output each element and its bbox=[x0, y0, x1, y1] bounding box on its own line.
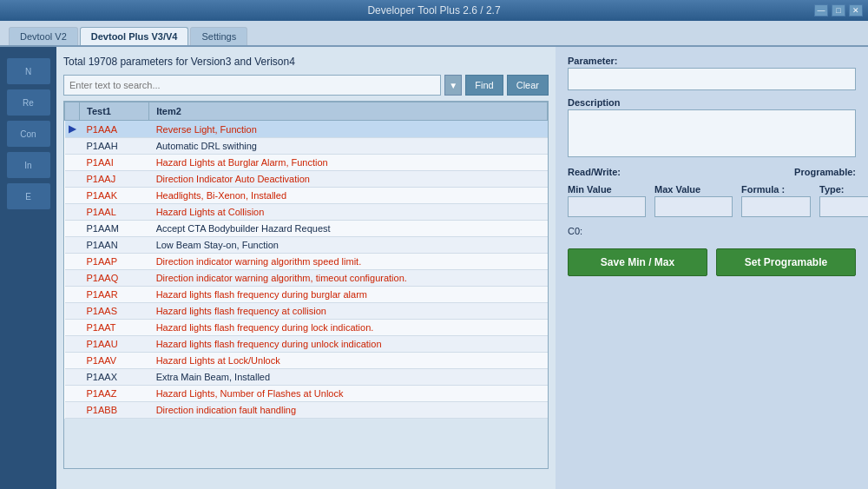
rw-programable-row: Read/Write: Programable: bbox=[568, 167, 856, 177]
search-bar: ▼ Find Clear bbox=[63, 75, 549, 96]
row-indicator bbox=[65, 171, 80, 188]
table-row[interactable]: P1AASHazard lights flash frequency at co… bbox=[65, 303, 548, 320]
table-header-item2: Item2 bbox=[149, 102, 548, 121]
tab-devtool-plus-v3v4[interactable]: Devtool Plus V3/V4 bbox=[80, 27, 189, 45]
row-indicator bbox=[65, 138, 80, 155]
data-table: Test1 Item2 ▶P1AAAReverse Light, Functio… bbox=[64, 102, 548, 419]
row-item2: Reverse Light, Function bbox=[149, 121, 548, 138]
row-test1: P1AAQ bbox=[80, 270, 149, 287]
row-item2: Hazard Lights at Collision bbox=[149, 204, 548, 221]
description-section: Description bbox=[568, 97, 856, 160]
table-row[interactable]: P1AAIHazard Lights at Burglar Alarm, Fun… bbox=[65, 155, 548, 171]
row-indicator bbox=[65, 155, 80, 171]
row-item2: Hazard lights flash frequency during unl… bbox=[149, 336, 548, 353]
search-input[interactable] bbox=[63, 75, 441, 96]
row-item2: Direction indicator warning algorithm sp… bbox=[149, 254, 548, 270]
table-row[interactable]: P1AAVHazard Lights at Lock/Unlock bbox=[65, 353, 548, 369]
table-row[interactable]: P1AAHAutomatic DRL swithing bbox=[65, 138, 548, 155]
maximize-button[interactable]: □ bbox=[832, 4, 845, 17]
sidebar-item-in: In bbox=[7, 152, 50, 178]
table-row[interactable]: P1AAKHeadlights, Bi-Xenon, Installed bbox=[65, 188, 548, 204]
close-button[interactable]: ✕ bbox=[849, 4, 863, 17]
row-test1: P1AAP bbox=[80, 254, 149, 270]
max-value-input[interactable] bbox=[654, 196, 733, 217]
row-test1: P1AAI bbox=[80, 155, 149, 171]
min-value-col: Min Value bbox=[568, 184, 646, 217]
min-value-input[interactable] bbox=[568, 196, 646, 217]
table-row[interactable]: P1ABBDirection indication fault handling bbox=[65, 402, 548, 419]
row-indicator bbox=[65, 287, 80, 303]
row-item2: Hazard Lights at Lock/Unlock bbox=[149, 353, 548, 369]
max-value-col: Max Value bbox=[654, 184, 733, 217]
table-row[interactable]: P1AARHazard lights flash frequency durin… bbox=[65, 287, 548, 303]
window-title: Developer Tool Plus 2.6 / 2.7 bbox=[367, 4, 500, 17]
row-test1: P1AAT bbox=[80, 320, 149, 336]
row-test1: P1AAA bbox=[80, 121, 149, 138]
table-container[interactable]: Test1 Item2 ▶P1AAAReverse Light, Functio… bbox=[63, 101, 549, 469]
table-row[interactable]: P1AAMAccept CTA Bodybuilder Hazard Reque… bbox=[65, 221, 548, 237]
table-row[interactable]: P1AAZHazard Lights, Number of Flashes at… bbox=[65, 386, 548, 402]
sidebar-item-con: Con bbox=[7, 121, 50, 147]
table-header-indicator bbox=[65, 102, 80, 121]
table-row[interactable]: P1AANLow Beam Stay-on, Function bbox=[65, 237, 548, 254]
read-write-label: Read/Write: bbox=[568, 167, 621, 177]
set-programable-button[interactable]: Set Programable bbox=[716, 248, 856, 276]
formula-input[interactable] bbox=[741, 196, 811, 217]
row-item2: Low Beam Stay-on, Function bbox=[149, 237, 548, 254]
clear-button[interactable]: Clear bbox=[507, 75, 549, 96]
find-button[interactable]: Find bbox=[465, 75, 503, 96]
formula-col: Formula : bbox=[741, 184, 811, 217]
row-indicator bbox=[65, 303, 80, 320]
description-textarea[interactable] bbox=[568, 109, 856, 157]
row-test1: P1AAH bbox=[80, 138, 149, 155]
tab-devtool-v2[interactable]: Devtool V2 bbox=[9, 27, 78, 45]
row-indicator bbox=[65, 402, 80, 419]
row-indicator bbox=[65, 237, 80, 254]
row-indicator bbox=[65, 369, 80, 386]
save-min-max-button[interactable]: Save Min / Max bbox=[568, 248, 707, 276]
table-row[interactable]: P1AAUHazard lights flash frequency durin… bbox=[65, 336, 548, 353]
type-input[interactable] bbox=[819, 196, 868, 217]
row-item2: Hazard lights flash frequency during bur… bbox=[149, 287, 548, 303]
formula-label: Formula : bbox=[741, 184, 811, 195]
table-row[interactable]: P1AAJDirection Indicator Auto Deactivati… bbox=[65, 171, 548, 188]
row-item2: Direction indicator warning algorithm, t… bbox=[149, 270, 548, 287]
type-label: Type: bbox=[819, 184, 868, 195]
row-item2: Accept CTA Bodybuilder Hazard Request bbox=[149, 221, 548, 237]
search-dropdown-button[interactable]: ▼ bbox=[444, 75, 462, 96]
tab-bar: Devtool V2 Devtool Plus V3/V4 Settings bbox=[0, 21, 868, 47]
main-content: N Re Con In E Total 19708 parameters for… bbox=[0, 47, 868, 489]
row-test1: P1AAR bbox=[80, 287, 149, 303]
max-value-label: Max Value bbox=[654, 184, 733, 195]
row-indicator: ▶ bbox=[65, 121, 80, 138]
min-value-label: Min Value bbox=[568, 184, 646, 195]
row-test1: P1AAS bbox=[80, 303, 149, 320]
type-col: Type: bbox=[819, 184, 868, 217]
table-row[interactable]: P1AAXExtra Main Beam, Installed bbox=[65, 369, 548, 386]
table-row[interactable]: P1AAQDirection indicator warning algorit… bbox=[65, 270, 548, 287]
title-bar: Developer Tool Plus 2.6 / 2.7 — □ ✕ bbox=[0, 0, 868, 21]
row-test1: P1AAV bbox=[80, 353, 149, 369]
table-row[interactable]: P1AATHazard lights flash frequency durin… bbox=[65, 320, 548, 336]
row-item2: Hazard Lights, Number of Flashes at Unlo… bbox=[149, 386, 548, 402]
row-test1: P1AAM bbox=[80, 221, 149, 237]
row-test1: P1AAL bbox=[80, 204, 149, 221]
sidebar-item-e: E bbox=[7, 183, 50, 209]
row-item2: Hazard lights flash frequency at collisi… bbox=[149, 303, 548, 320]
row-item2: Headlights, Bi-Xenon, Installed bbox=[149, 188, 548, 204]
row-indicator bbox=[65, 254, 80, 270]
window-controls[interactable]: — □ ✕ bbox=[814, 4, 863, 17]
row-test1: P1AAU bbox=[80, 336, 149, 353]
row-item2: Hazard Lights at Burglar Alarm, Function bbox=[149, 155, 548, 171]
row-indicator bbox=[65, 353, 80, 369]
row-item2: Hazard lights flash frequency during loc… bbox=[149, 320, 548, 336]
row-item2: Direction Indicator Auto Deactivation bbox=[149, 171, 548, 188]
tab-settings[interactable]: Settings bbox=[190, 27, 247, 45]
table-row[interactable]: P1AALHazard Lights at Collision bbox=[65, 204, 548, 221]
table-row[interactable]: ▶P1AAAReverse Light, Function bbox=[65, 121, 548, 138]
table-row[interactable]: P1AAPDirection indicator warning algorit… bbox=[65, 254, 548, 270]
minimize-button[interactable]: — bbox=[814, 4, 828, 17]
table-header-test1: Test1 bbox=[80, 102, 149, 121]
parameter-input[interactable] bbox=[568, 68, 856, 90]
center-panel: Total 19708 parameters for Version3 and … bbox=[56, 47, 556, 489]
